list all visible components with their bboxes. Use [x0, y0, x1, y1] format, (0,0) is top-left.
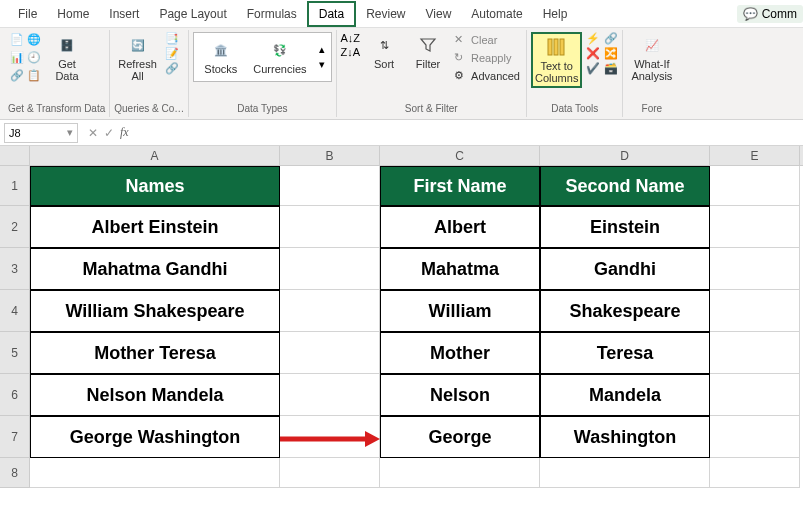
row-header-2[interactable]: 2	[0, 206, 30, 248]
col-header-C[interactable]: C	[380, 146, 540, 165]
text-to-columns-button[interactable]: Text to Columns	[531, 32, 582, 88]
what-if-button[interactable]: 📈 What-If Analysis	[627, 32, 676, 84]
formula-bar: J8 ▾ ✕ ✓ fx	[0, 120, 803, 146]
cell-E7[interactable]	[710, 416, 800, 458]
cancel-formula-icon[interactable]: ✕	[88, 126, 98, 140]
enter-formula-icon[interactable]: ✓	[104, 126, 114, 140]
group-queries: 🔄 Refresh All 📑 📝 🔗 Queries & Co…	[110, 30, 189, 117]
cell-C8[interactable]	[380, 458, 540, 488]
formula-input[interactable]	[135, 123, 803, 143]
ribbon: 📄🌐 📊🕘 🔗📋 🗄️ Get Data Get & Transform Dat…	[0, 28, 803, 120]
menu-insert[interactable]: Insert	[99, 3, 149, 25]
currencies-label: Currencies	[253, 63, 306, 75]
cell-B2[interactable]	[280, 206, 380, 248]
cell-D7[interactable]: Washington	[540, 416, 710, 458]
menu-data[interactable]: Data	[307, 1, 356, 27]
cell-E4[interactable]	[710, 290, 800, 332]
cell-A3[interactable]: Mahatma Gandhi	[30, 248, 280, 290]
cell-C1[interactable]: First Name	[380, 166, 540, 206]
cell-B3[interactable]	[280, 248, 380, 290]
cell-A6[interactable]: Nelson Mandela	[30, 374, 280, 416]
sort-button[interactable]: ⇅ Sort	[364, 32, 404, 72]
cell-B6[interactable]	[280, 374, 380, 416]
cell-A5[interactable]: Mother Teresa	[30, 332, 280, 374]
row-header-7[interactable]: 7	[0, 416, 30, 458]
cell-C2[interactable]: Albert	[380, 206, 540, 248]
row-header-1[interactable]: 1	[0, 166, 30, 206]
cell-A2[interactable]: Albert Einstein	[30, 206, 280, 248]
row-header-3[interactable]: 3	[0, 248, 30, 290]
reapply-button[interactable]: ↻Reapply	[452, 50, 522, 66]
cell-B4[interactable]	[280, 290, 380, 332]
clear-button[interactable]: ✕Clear	[452, 32, 522, 48]
cell-E5[interactable]	[710, 332, 800, 374]
menu-home[interactable]: Home	[47, 3, 99, 25]
spreadsheet-grid: A B C D E 1 Names First Name Second Name…	[0, 146, 803, 488]
cell-E2[interactable]	[710, 206, 800, 248]
menu-view[interactable]: View	[416, 3, 462, 25]
cell-C3[interactable]: Mahatma	[380, 248, 540, 290]
menu-help[interactable]: Help	[533, 3, 578, 25]
row-header-5[interactable]: 5	[0, 332, 30, 374]
get-data-button[interactable]: 🗄️ Get Data	[47, 32, 87, 84]
misc-data-icons[interactable]: 📄🌐 📊🕘 🔗📋	[8, 32, 43, 84]
comments-button[interactable]: 💬 Comm	[737, 5, 803, 23]
cell-B8[interactable]	[280, 458, 380, 488]
menu-file[interactable]: File	[8, 3, 47, 25]
svg-rect-2	[560, 39, 564, 55]
advanced-button[interactable]: ⚙Advanced	[452, 68, 522, 84]
sort-az-buttons[interactable]: A↓Z Z↓A	[341, 32, 361, 58]
cell-C4[interactable]: William	[380, 290, 540, 332]
cell-E6[interactable]	[710, 374, 800, 416]
name-box[interactable]: J8 ▾	[4, 123, 78, 143]
query-icons[interactable]: 📑 📝 🔗	[165, 32, 179, 75]
menu-review[interactable]: Review	[356, 3, 415, 25]
cell-B5[interactable]	[280, 332, 380, 374]
cell-D8[interactable]	[540, 458, 710, 488]
cell-D5[interactable]: Teresa	[540, 332, 710, 374]
row-header-4[interactable]: 4	[0, 290, 30, 332]
currencies-button[interactable]: 💱 Currencies	[249, 37, 310, 77]
cell-D3[interactable]: Gandhi	[540, 248, 710, 290]
row-header-8[interactable]: 8	[0, 458, 30, 488]
data-types-scroll[interactable]: ▴ ▾	[319, 43, 325, 71]
row-header-6[interactable]: 6	[0, 374, 30, 416]
menu-formulas[interactable]: Formulas	[237, 3, 307, 25]
col-header-A[interactable]: A	[30, 146, 280, 165]
cell-C5[interactable]: Mother	[380, 332, 540, 374]
refresh-label: Refresh All	[118, 58, 157, 82]
stocks-button[interactable]: 🏛️ Stocks	[200, 37, 241, 77]
menu-page-layout[interactable]: Page Layout	[149, 3, 236, 25]
cell-C6[interactable]: Nelson	[380, 374, 540, 416]
queries-icon: 📑	[165, 32, 179, 45]
data-tools-icons-2[interactable]: 🔗 🔀 🗃️	[604, 32, 618, 75]
fx-icon[interactable]: fx	[120, 125, 129, 140]
filter-icon	[417, 34, 439, 56]
cell-A4[interactable]: William Shakespeare	[30, 290, 280, 332]
sort-label: Sort	[374, 58, 394, 70]
cell-D2[interactable]: Einstein	[540, 206, 710, 248]
filter-button[interactable]: Filter	[408, 32, 448, 72]
select-all-corner[interactable]	[0, 146, 30, 165]
properties-icon: 📋	[27, 69, 41, 83]
col-header-D[interactable]: D	[540, 146, 710, 165]
cell-E1[interactable]	[710, 166, 800, 206]
col-header-E[interactable]: E	[710, 146, 800, 165]
cell-B7[interactable]	[280, 416, 380, 458]
col-header-B[interactable]: B	[280, 146, 380, 165]
cell-A7[interactable]: George Washington	[30, 416, 280, 458]
data-tools-icons-1[interactable]: ⚡ ❌ ✔️	[586, 32, 600, 75]
cell-D6[interactable]: Mandela	[540, 374, 710, 416]
cell-D4[interactable]: Shakespeare	[540, 290, 710, 332]
cell-A8[interactable]	[30, 458, 280, 488]
cell-E8[interactable]	[710, 458, 800, 488]
cell-C7[interactable]: George	[380, 416, 540, 458]
menu-automate[interactable]: Automate	[461, 3, 532, 25]
svg-rect-0	[548, 39, 552, 55]
refresh-all-button[interactable]: 🔄 Refresh All	[114, 32, 161, 84]
cell-E3[interactable]	[710, 248, 800, 290]
cell-D1[interactable]: Second Name	[540, 166, 710, 206]
chevron-up-icon: ▴	[319, 43, 325, 56]
cell-B1[interactable]	[280, 166, 380, 206]
cell-A1[interactable]: Names	[30, 166, 280, 206]
